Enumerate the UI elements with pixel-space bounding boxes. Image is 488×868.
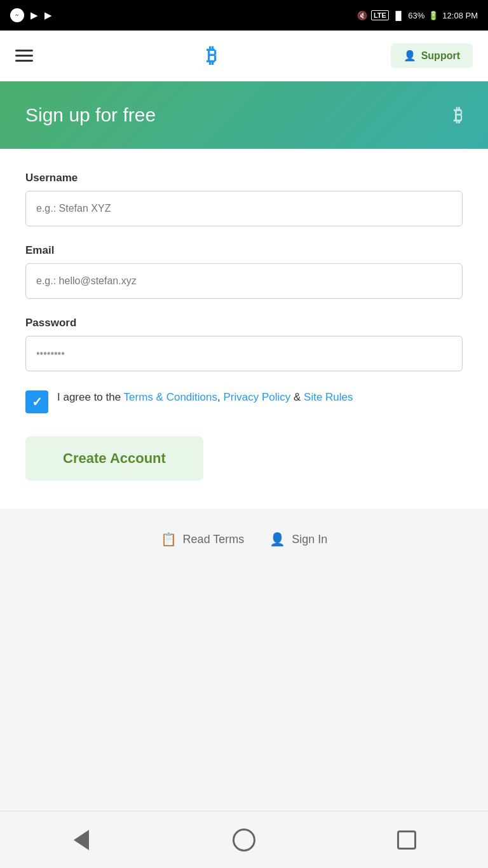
main-content: Sign up for free ₿ Username Email Passwo… — [0, 81, 488, 811]
support-person-icon: 👤 — [403, 50, 416, 62]
battery-icon: 🔋 — [428, 11, 438, 20]
password-group: Password — [25, 317, 463, 371]
home-button[interactable] — [230, 826, 258, 854]
sign-in-person-icon: 👤 — [269, 532, 285, 547]
terms-conditions-link[interactable]: Terms & Conditions — [124, 391, 217, 403]
hamburger-menu[interactable] — [15, 50, 33, 62]
time-display: 12:08 PM — [442, 11, 478, 20]
agree-checkbox[interactable]: ✓ — [25, 390, 48, 413]
lte-indicator: LTE — [371, 10, 389, 20]
read-terms-nav-item[interactable]: 📋 Read Terms — [161, 532, 245, 547]
footer-navigation: 📋 Read Terms 👤 Sign In — [0, 509, 488, 566]
email-group: Email — [25, 244, 463, 299]
password-input[interactable] — [25, 336, 463, 371]
username-label: Username — [25, 172, 463, 184]
checkmark-icon: ✓ — [32, 394, 43, 410]
bitcoin-logo: ₿ — [207, 44, 217, 67]
email-label: Email — [25, 244, 463, 257]
site-rules-link[interactable]: Site Rules — [304, 391, 353, 403]
agreement-text: I agree to the Terms & Conditions, Priva… — [57, 389, 353, 406]
messenger-icon — [10, 8, 24, 22]
play-icon-1: ▶ — [30, 10, 38, 21]
signup-title: Sign up for free — [25, 104, 156, 126]
agreement-area: ✓ I agree to the Terms & Conditions, Pri… — [25, 389, 463, 413]
play-icon-2: ▶ — [44, 10, 52, 21]
back-button[interactable] — [67, 826, 95, 854]
sign-in-nav-item[interactable]: 👤 Sign In — [269, 532, 327, 547]
top-navigation: ₿ 👤 Support — [0, 31, 488, 81]
privacy-policy-link[interactable]: Privacy Policy — [223, 391, 290, 403]
signup-form-card: Username Email Password ✓ I agree to the… — [0, 149, 488, 509]
username-group: Username — [25, 172, 463, 226]
username-input[interactable] — [25, 191, 463, 226]
password-label: Password — [25, 317, 463, 329]
signal-bars: ▐▌ — [393, 11, 404, 20]
recents-square-icon — [397, 830, 416, 850]
status-bar-left: ▶ ▶ — [10, 8, 52, 22]
home-circle-icon — [233, 829, 255, 851]
mute-icon: 🔇 — [357, 11, 367, 20]
read-terms-icon: 📋 — [161, 532, 177, 547]
battery-percent: 63% — [408, 11, 424, 20]
email-input[interactable] — [25, 263, 463, 299]
create-account-button[interactable]: Create Account — [25, 436, 203, 481]
android-nav-bar — [0, 811, 488, 868]
signup-banner: Sign up for free ₿ — [0, 81, 488, 149]
banner-bitcoin-icon: ₿ — [454, 105, 463, 126]
status-bar-right: 🔇 LTE ▐▌ 63% 🔋 12:08 PM — [357, 10, 478, 20]
back-arrow-icon — [74, 830, 89, 850]
recents-button[interactable] — [393, 826, 421, 854]
status-bar: ▶ ▶ 🔇 LTE ▐▌ 63% 🔋 12:08 PM — [0, 0, 488, 31]
support-button[interactable]: 👤 Support — [391, 43, 473, 68]
